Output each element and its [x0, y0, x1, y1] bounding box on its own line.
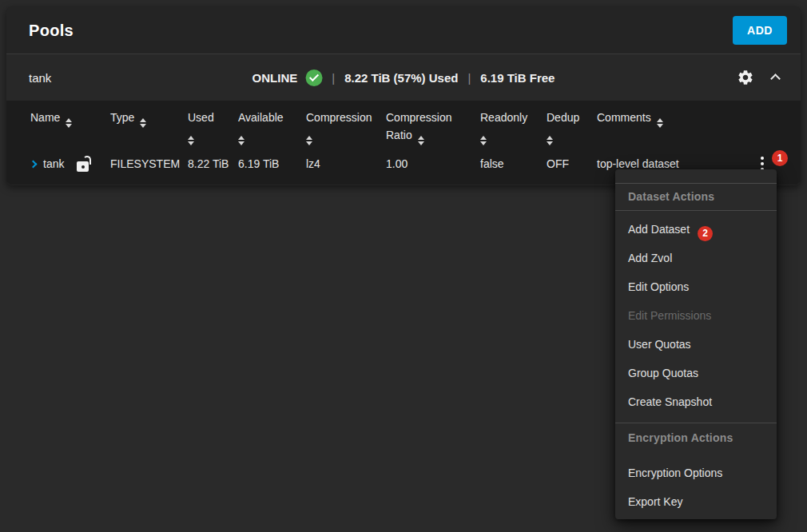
gear-icon	[737, 69, 754, 86]
dataset-name-cell: tank	[30, 156, 110, 172]
lock-open-icon	[77, 156, 91, 172]
pool-settings-button[interactable]	[737, 69, 754, 86]
sort-icon	[480, 136, 487, 145]
dataset-readonly: false	[480, 157, 547, 170]
pool-actions	[737, 69, 785, 86]
dataset-dedup: OFF	[547, 157, 597, 170]
column-header-actions-spacer	[743, 110, 801, 145]
column-header-name[interactable]: Name	[30, 110, 110, 145]
menu-section-header-encryption-actions: Encryption Actions	[615, 423, 777, 452]
column-header-compression-ratio[interactable]: Compression Ratio	[386, 110, 480, 145]
dataset-compression-ratio: 1.00	[386, 157, 480, 170]
column-header-readonly[interactable]: Readonly	[480, 110, 547, 145]
menu-item-add-dataset[interactable]: Add Dataset2	[615, 215, 777, 244]
page-title: Pools	[29, 21, 74, 39]
separator: |	[466, 71, 472, 85]
menu-item-edit-permissions: Edit Permissions	[615, 301, 777, 330]
menu-item-edit-options[interactable]: Edit Options	[615, 272, 777, 301]
menu-section-header-dataset-actions: Dataset Actions	[615, 182, 777, 211]
pool-name: tank	[29, 71, 51, 85]
column-header-dedup[interactable]: Dedup	[547, 110, 597, 145]
dataset-name: tank	[43, 157, 64, 170]
pool-free-info: 6.19 TiB Free	[480, 71, 555, 85]
pool-used-info: 8.22 TiB (57%) Used	[344, 71, 458, 85]
sort-icon	[547, 136, 553, 145]
sort-icon	[238, 136, 244, 145]
menu-item-add-zvol[interactable]: Add Zvol	[615, 244, 777, 272]
column-header-type[interactable]: Type	[110, 110, 188, 145]
expand-chevron-icon[interactable]	[30, 160, 38, 168]
sort-icon	[66, 118, 72, 128]
sort-icon	[306, 136, 312, 145]
pools-card: Pools ADD tank ONLINE | 8.22 TiB (57%) U…	[6, 6, 801, 185]
add-button[interactable]: ADD	[733, 16, 787, 45]
column-header-used[interactable]: Used	[188, 110, 238, 145]
pool-status-text: ONLINE	[252, 71, 298, 85]
status-ok-icon	[305, 69, 322, 86]
separator: |	[330, 71, 336, 85]
menu-item-export-key[interactable]: Export Key	[615, 487, 777, 516]
dataset-available: 6.19 TiB	[238, 157, 306, 170]
card-header: Pools ADD	[6, 6, 801, 54]
sort-icon	[188, 136, 194, 145]
menu-item-user-quotas[interactable]: User Quotas	[615, 330, 777, 359]
sort-icon	[418, 136, 424, 145]
menu-item-encryption-options[interactable]: Encryption Options	[615, 459, 777, 487]
collapse-panel-button[interactable]	[769, 69, 785, 85]
menu-item-group-quotas[interactable]: Group Quotas	[615, 359, 777, 387]
column-header-compression[interactable]: Compression	[306, 110, 386, 145]
sort-icon	[140, 118, 146, 128]
step-badge-1: 1	[772, 150, 788, 166]
pool-panel-header[interactable]: tank ONLINE | 8.22 TiB (57%) Used | 6.19…	[6, 54, 801, 101]
step-badge-2: 2	[698, 226, 713, 241]
kebab-icon	[761, 157, 764, 160]
column-header-available[interactable]: Available	[238, 110, 306, 145]
dataset-comments: top-level dataset	[597, 157, 743, 170]
pool-status-summary: ONLINE | 8.22 TiB (57%) Used | 6.19 TiB …	[252, 69, 555, 86]
menu-top-divider	[615, 183, 777, 184]
dataset-actions-menu: Dataset Actions Add Dataset2 Add Zvol Ed…	[615, 169, 777, 519]
dataset-type: FILESYSTEM	[110, 157, 188, 170]
dataset-used: 8.22 TiB	[188, 157, 238, 170]
table-header-row: Name Type Used Available Compression Com…	[6, 101, 801, 143]
menu-item-create-snapshot[interactable]: Create Snapshot	[615, 387, 777, 416]
sort-icon	[657, 118, 663, 128]
column-header-comments[interactable]: Comments	[597, 110, 743, 145]
chevron-up-icon	[770, 73, 781, 84]
dataset-compression: lz4	[306, 157, 386, 170]
